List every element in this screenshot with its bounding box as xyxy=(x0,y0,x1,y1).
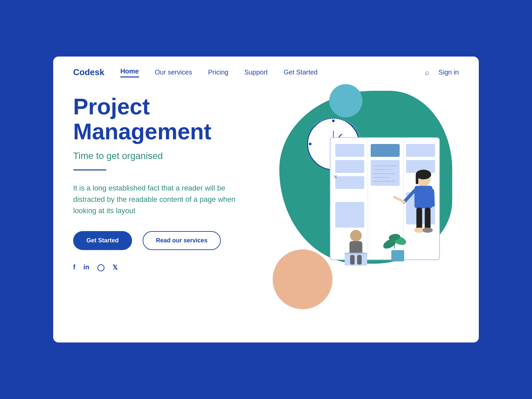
main-content: Project Management Time to get organised… xyxy=(53,77,479,342)
hero-subtitle: Time to get organised xyxy=(73,151,259,161)
svg-rect-32 xyxy=(425,208,430,230)
svg-point-2 xyxy=(332,119,335,122)
hero-illustration: × xyxy=(259,87,459,329)
hero-title: Project Management xyxy=(73,94,259,144)
svg-rect-40 xyxy=(350,255,355,265)
svg-line-30 xyxy=(433,191,433,205)
hero-description: It is a long established fact that a rea… xyxy=(73,183,239,216)
project-management-illustration: × xyxy=(259,87,459,329)
hero-left: Project Management Time to get organised… xyxy=(73,87,259,329)
brand-logo[interactable]: Codesk xyxy=(73,67,104,77)
svg-rect-12 xyxy=(335,202,364,227)
svg-rect-27 xyxy=(416,175,418,184)
svg-rect-39 xyxy=(344,253,367,254)
hero-divider xyxy=(73,169,106,171)
read-services-button[interactable]: Read our services xyxy=(143,231,221,250)
svg-rect-31 xyxy=(416,208,422,230)
svg-rect-42 xyxy=(391,250,404,261)
linkedin-icon[interactable]: in xyxy=(83,263,89,271)
svg-rect-10 xyxy=(335,160,364,173)
svg-point-34 xyxy=(423,228,433,233)
nav-support[interactable]: Support xyxy=(244,68,268,76)
main-card: Codesk Home Our services Pricing Support… xyxy=(53,57,479,342)
svg-rect-13 xyxy=(371,144,400,157)
nav-links: Home Our services Pricing Support Get St… xyxy=(120,67,425,77)
social-icons: f in ◯ 𝕏 xyxy=(73,263,259,271)
nav-home[interactable]: Home xyxy=(120,67,139,77)
svg-rect-20 xyxy=(406,144,435,157)
navbar: Codesk Home Our services Pricing Support… xyxy=(53,57,479,77)
svg-rect-38 xyxy=(344,253,367,266)
nav-our-services[interactable]: Our services xyxy=(155,68,192,76)
search-icon[interactable]: ⌕ xyxy=(425,68,429,77)
instagram-icon[interactable]: ◯ xyxy=(97,263,104,271)
svg-text:×: × xyxy=(333,173,337,181)
facebook-icon[interactable]: f xyxy=(73,263,75,271)
buttons-row: Get Started Read our services xyxy=(73,231,259,250)
svg-point-36 xyxy=(350,230,362,241)
svg-rect-28 xyxy=(414,186,432,208)
nav-right: ⌕ Sign in xyxy=(425,68,459,77)
svg-rect-11 xyxy=(335,176,364,189)
signin-link[interactable]: Sign in xyxy=(439,68,459,76)
svg-rect-9 xyxy=(335,144,364,157)
svg-rect-14 xyxy=(371,160,400,186)
nav-pricing[interactable]: Pricing xyxy=(208,68,228,76)
svg-point-4 xyxy=(309,143,312,145)
hero-title-line2: Management xyxy=(73,119,211,144)
svg-rect-41 xyxy=(357,255,362,265)
hero-title-line1: Project xyxy=(73,94,150,119)
twitter-icon[interactable]: 𝕏 xyxy=(112,263,118,271)
nav-get-started[interactable]: Get Started xyxy=(284,68,318,76)
get-started-button[interactable]: Get Started xyxy=(73,231,132,250)
